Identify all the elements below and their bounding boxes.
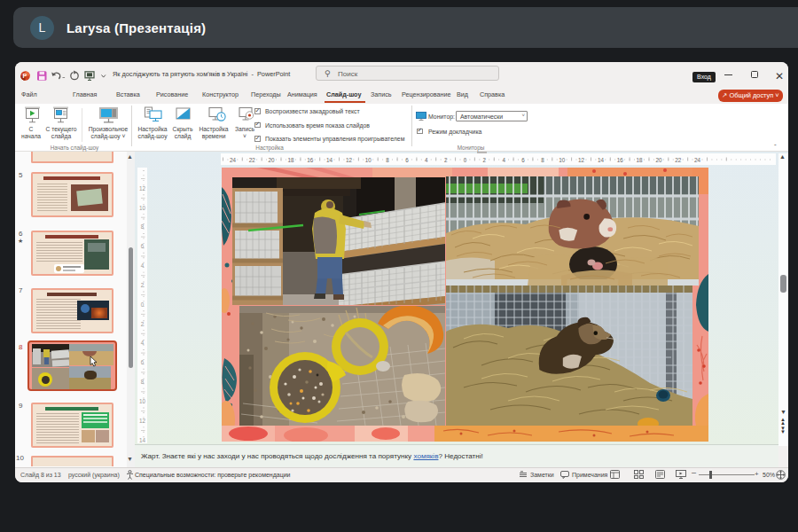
svg-text:4: 4 (502, 157, 505, 163)
svg-text:20: 20 (655, 157, 662, 163)
svg-text:22: 22 (249, 157, 256, 163)
svg-text:0: 0 (141, 301, 145, 308)
svg-text:6: 6 (521, 157, 525, 163)
svg-text:12: 12 (578, 157, 585, 163)
svg-text:8: 8 (141, 223, 145, 230)
svg-text:2: 2 (141, 321, 145, 327)
svg-text:22: 22 (675, 157, 682, 163)
svg-text:20: 20 (269, 157, 276, 163)
svg-text:12: 12 (139, 418, 146, 424)
svg-text:14: 14 (326, 157, 333, 163)
svg-text:10: 10 (559, 157, 566, 163)
svg-text:24: 24 (694, 157, 701, 163)
svg-text:16: 16 (307, 157, 314, 163)
svg-text:0: 0 (464, 157, 467, 163)
svg-text:4: 4 (425, 157, 428, 163)
svg-text:6: 6 (141, 359, 145, 365)
svg-text:10: 10 (365, 157, 372, 163)
svg-text:18: 18 (287, 157, 294, 163)
svg-text:2: 2 (483, 157, 487, 163)
svg-text:14: 14 (598, 157, 605, 163)
svg-text:2: 2 (141, 282, 145, 288)
svg-text:10: 10 (139, 205, 146, 211)
svg-text:16: 16 (617, 157, 624, 163)
svg-text:6: 6 (405, 157, 409, 163)
svg-text:2: 2 (444, 157, 448, 163)
svg-text:4: 4 (141, 262, 145, 269)
svg-text:4: 4 (141, 340, 145, 346)
svg-text:14: 14 (139, 437, 146, 443)
svg-text:10: 10 (139, 398, 146, 404)
svg-text:6: 6 (141, 243, 145, 249)
svg-text:8: 8 (386, 157, 389, 163)
svg-text:24: 24 (230, 157, 237, 163)
svg-text:18: 18 (637, 157, 644, 163)
svg-text:12: 12 (139, 185, 146, 192)
svg-text:8: 8 (141, 379, 145, 385)
svg-text:12: 12 (346, 157, 353, 163)
svg-text:P: P (23, 73, 27, 79)
svg-text:8: 8 (541, 157, 544, 163)
